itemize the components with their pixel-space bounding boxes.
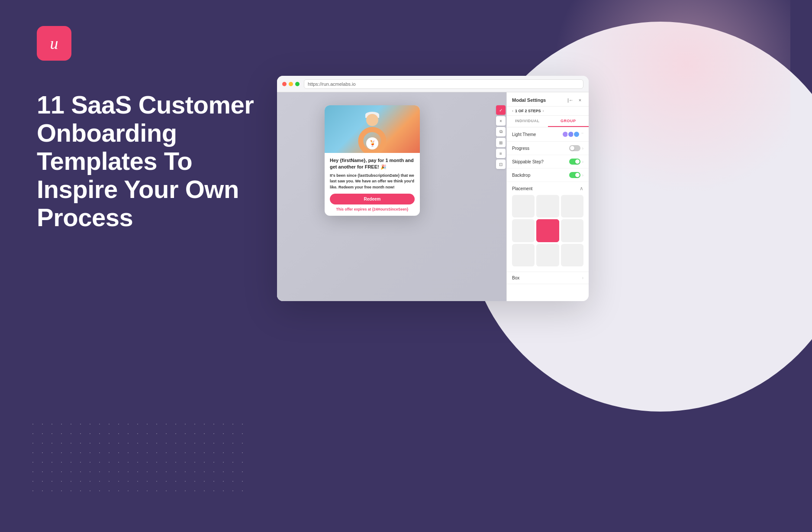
modal-body-text: It's been since {lastSubscriptionDate} t…: [330, 173, 415, 191]
placement-cell-bc[interactable]: [536, 244, 559, 266]
modal-popup: 🍹 Hey {firstName}, pay for 1 month and g…: [325, 105, 420, 216]
placement-label: Placement: [512, 186, 532, 191]
modal-grid-btn[interactable]: ⊞: [496, 138, 506, 147]
placement-grid: [512, 195, 583, 266]
steps-next-icon[interactable]: ›: [543, 109, 544, 113]
steps-nav: ‹ 1 OF 2 STEPS ›: [507, 107, 589, 116]
theme-label: Light Theme: [512, 132, 536, 137]
settings-header-icons: |← ×: [567, 97, 583, 104]
steps-prev-icon[interactable]: ‹: [512, 109, 513, 113]
progress-right: ›: [569, 145, 583, 151]
browser-dot-yellow[interactable]: [289, 82, 293, 86]
backdrop-right: ›: [569, 172, 583, 178]
modal-layout-btn[interactable]: ≡: [496, 149, 506, 158]
placement-cell-ml[interactable]: [512, 219, 535, 242]
settings-panel: Modal Settings |← × ‹ 1 OF 2 STEPS › IND…: [506, 92, 589, 301]
placement-cell-tr[interactable]: [561, 195, 583, 217]
progress-label: Progress: [512, 146, 529, 151]
browser-dot-green[interactable]: [295, 82, 300, 86]
settings-tabs: INDIVIDUAL GROUP: [507, 116, 589, 127]
progress-row[interactable]: Progress ›: [507, 142, 589, 155]
modal-title: Hey {firstName}, pay for 1 month and get…: [330, 157, 415, 171]
box-row[interactable]: Box ›: [507, 272, 589, 284]
modal-expiry: This offer expires at {24HoursSinceSeen}: [330, 207, 415, 211]
backdrop-row[interactable]: Backdrop ›: [507, 169, 589, 182]
browser-bar: https://run.acmelabs.io: [277, 76, 589, 92]
placement-cell-tc[interactable]: [536, 195, 559, 217]
browser-url-text: https://run.acmelabs.io: [308, 81, 356, 87]
placement-cell-bl[interactable]: [512, 244, 535, 266]
modal-image-icon: 🍹: [366, 137, 378, 149]
settings-panel-title: Modal Settings: [512, 97, 546, 103]
settings-header: Modal Settings |← ×: [507, 92, 589, 107]
close-icon[interactable]: ×: [577, 97, 583, 104]
progress-chevron: ›: [582, 146, 583, 151]
modal-body-bold: Redeem your free month now!: [338, 185, 395, 189]
modal-body: Hey {firstName}, pay for 1 month and get…: [325, 153, 420, 216]
progress-toggle[interactable]: [569, 145, 580, 151]
swatch-blue[interactable]: [573, 131, 580, 138]
headline: 11 SaaS Customer Onboarding Templates To…: [37, 91, 262, 232]
logo: u: [37, 26, 71, 61]
placement-section: Placement ∧: [507, 182, 589, 272]
browser-url-bar[interactable]: https://run.acmelabs.io: [304, 79, 583, 89]
browser-dots: [282, 82, 300, 86]
progress-toggle-knob: [570, 146, 574, 150]
placement-cell-br[interactable]: [561, 244, 583, 266]
placement-cell-tl[interactable]: [512, 195, 535, 217]
browser-mockup: https://run.acmelabs.io 🍹: [277, 76, 589, 301]
skippable-label: Skippable Step?: [512, 159, 544, 164]
modal-select-btn[interactable]: ✓: [496, 105, 506, 115]
box-label: Box: [512, 276, 519, 280]
headline-text: 11 SaaS Customer Onboarding Templates To…: [37, 91, 262, 232]
logo-letter: u: [50, 34, 58, 53]
modal-image: 🍹: [325, 105, 420, 153]
placement-title: Placement ∧: [512, 185, 583, 191]
backdrop-toggle[interactable]: [569, 172, 580, 178]
page-wrapper: u 11 SaaS Customer Onboarding Templates …: [0, 0, 812, 532]
box-chevron: ›: [582, 276, 583, 280]
redeem-button[interactable]: Redeem: [330, 194, 415, 204]
skippable-toggle-knob: [575, 159, 580, 164]
modal-resize-btn[interactable]: ⊡: [496, 159, 506, 169]
browser-dot-red[interactable]: [282, 82, 287, 86]
skippable-right: ›: [569, 159, 583, 165]
backdrop-toggle-knob: [575, 173, 580, 177]
tab-group[interactable]: GROUP: [548, 116, 589, 127]
backdrop-chevron: ›: [582, 173, 583, 178]
modal-copy-btn[interactable]: ⧉: [496, 127, 506, 136]
theme-more[interactable]: −: [581, 131, 583, 138]
placement-cell-mc[interactable]: [536, 219, 559, 242]
tab-individual[interactable]: INDIVIDUAL: [507, 116, 548, 127]
browser-content: 🍹 Hey {firstName}, pay for 1 month and g…: [277, 92, 589, 301]
theme-swatches[interactable]: −: [563, 131, 583, 138]
collapse-icon[interactable]: |←: [567, 97, 574, 104]
placement-collapse-icon[interactable]: ∧: [580, 185, 583, 191]
steps-text: 1 OF 2 STEPS: [515, 109, 541, 113]
person-head: [366, 114, 378, 126]
skippable-chevron: ›: [582, 159, 583, 164]
placement-cell-mr[interactable]: [561, 219, 583, 242]
modal-close-btn[interactable]: ×: [496, 116, 506, 126]
dot-pattern: [28, 419, 245, 497]
skippable-toggle[interactable]: [569, 159, 580, 165]
settings-panel-spacer: [507, 284, 589, 301]
modal-actions: ✓ × ⧉ ⊞ ≡ ⊡: [496, 105, 506, 169]
theme-row: Light Theme −: [507, 127, 589, 142]
backdrop-label: Backdrop: [512, 173, 530, 178]
skippable-row[interactable]: Skippable Step? ›: [507, 155, 589, 169]
